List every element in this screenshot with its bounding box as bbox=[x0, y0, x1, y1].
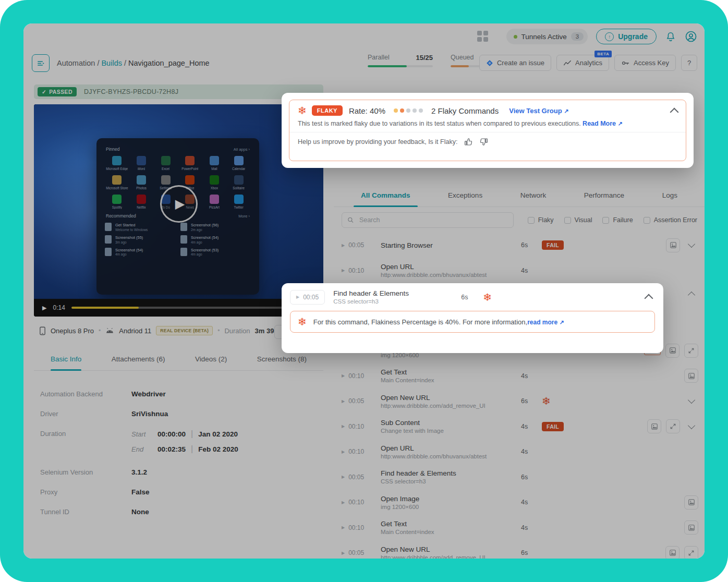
rate-dot bbox=[419, 108, 423, 113]
collapse-chevron-icon[interactable] bbox=[670, 108, 679, 117]
flaky-summary-popup: ❄ FLAKY Rate: 40% 2 Flaky Commands View … bbox=[282, 93, 694, 168]
external-link-icon: ↗ bbox=[560, 319, 564, 325]
feedback-prompt: Help us improve by providing your feedba… bbox=[298, 138, 457, 146]
flaky-badge: FLAKY bbox=[312, 105, 343, 116]
rate-dot bbox=[394, 108, 398, 113]
flaky-command-popup: ▶ 00:05 Find header & Elements CSS selec… bbox=[282, 283, 663, 353]
flaky-rate: Rate: 40% bbox=[349, 106, 385, 115]
rate-dot bbox=[406, 108, 410, 113]
view-test-group-link[interactable]: View Test Group ↗ bbox=[509, 107, 568, 115]
flaky-message-box: ❄ For this command, Flakiness Percentage… bbox=[290, 311, 655, 333]
flaky-snowflake-icon: ❄ bbox=[298, 105, 307, 116]
external-link-icon: ↗ bbox=[564, 108, 568, 114]
flaky-snowflake-icon: ❄ bbox=[483, 292, 492, 302]
command-subtitle: CSS selector=h3 bbox=[333, 298, 461, 305]
command-title: Find header & Elements bbox=[333, 289, 461, 297]
rate-dot bbox=[400, 108, 404, 113]
flaky-commands-count: 2 Flaky Commands bbox=[431, 106, 499, 115]
flaky-summary-box: ❄ FLAKY Rate: 40% 2 Flaky Commands View … bbox=[289, 100, 686, 161]
read-more-link[interactable]: Read More ↗ bbox=[583, 120, 623, 127]
flaky-rate-dots bbox=[394, 108, 423, 113]
thumbs-up-icon[interactable] bbox=[464, 137, 473, 147]
flaky-message: For this command, Flakiness Percentage i… bbox=[313, 318, 527, 326]
play-icon[interactable]: ▶ bbox=[296, 295, 299, 299]
main-window: Tunnels Active 3 ↑ Upgrade Automation / … bbox=[23, 23, 705, 559]
rate-dot bbox=[412, 108, 417, 113]
collapse-chevron-icon[interactable] bbox=[645, 294, 653, 303]
read-more-link[interactable]: read more ↗ bbox=[527, 319, 564, 326]
external-link-icon: ↗ bbox=[618, 120, 623, 127]
thumbs-down-icon[interactable] bbox=[479, 137, 489, 147]
flaky-snowflake-icon: ❄ bbox=[298, 317, 307, 327]
command-duration: 6s bbox=[461, 294, 483, 301]
flaky-description: This test is marked flaky due to variati… bbox=[298, 120, 581, 127]
command-timestamp: 00:05 bbox=[303, 294, 319, 301]
command-time-box: ▶ 00:05 bbox=[290, 290, 325, 305]
